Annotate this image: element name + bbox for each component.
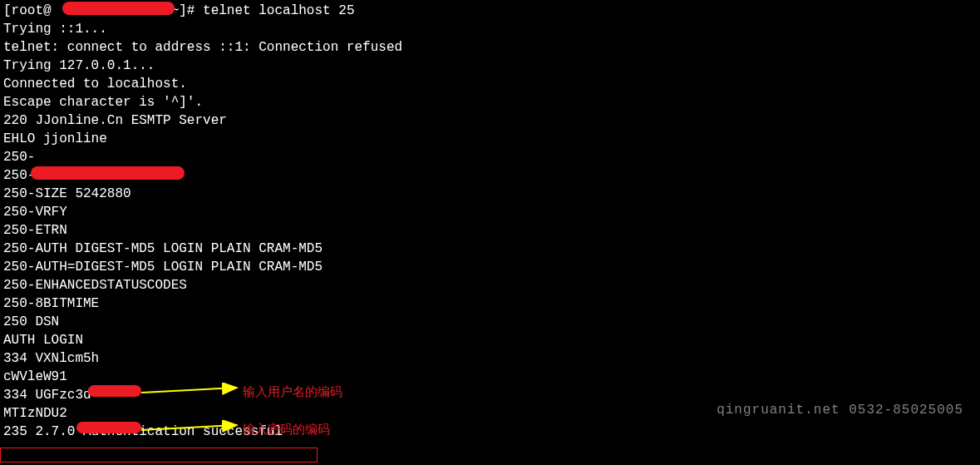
redaction-username-b64 [88,385,141,397]
annotation-username: 输入用户名的编码 [243,383,342,401]
terminal-line: 250-VRFY [3,203,977,221]
watermark-text: qingruanit.net 0532-85025005 [717,401,963,419]
terminal-line: Trying ::1... [3,20,977,38]
terminal-line: AUTH LOGIN [3,331,977,349]
terminal-line: 250-AUTH=DIGEST-MD5 LOGIN PLAIN CRAM-MD5 [3,258,977,276]
terminal-line: cWVleW91 [3,368,977,386]
terminal-line: EHLO jjonline [3,130,977,148]
terminal-output[interactable]: [root@xxxxxxxxxxxxxxx~]# telnet localhos… [3,2,977,441]
terminal-line: 250-ETRN [3,221,977,240]
terminal-line: 250 DSN [3,313,977,331]
terminal-line: 250-8BITMIME [3,294,977,313]
command-text: telnet localhost 25 [203,3,354,18]
terminal-line: 250-SIZE 5242880 [3,185,977,203]
terminal-line: 250-AUTH DIGEST-MD5 LOGIN PLAIN CRAM-MD5 [3,240,977,258]
annotation-password: 输入密码的编码 [243,420,330,438]
terminal-line: Escape character is '^]'. [3,93,977,111]
prompt-prefix: [root@ [3,3,52,18]
terminal-line: 250-ENHANCEDSTATUSCODES [3,276,977,294]
terminal-line: 250- [3,148,977,166]
terminal-line: Connected to localhost. [3,75,977,93]
redaction-ehlo-response [31,166,185,180]
prompt-suffix: ~]# [171,3,203,18]
terminal-line: 235 2.7.0 Authentication successful [3,423,977,441]
redaction-hostname [62,2,175,15]
highlight-box-auth-success [0,448,318,463]
terminal-line: telnet: connect to address ::1: Connecti… [3,38,977,57]
terminal-line: 334 VXNlcm5h [3,349,977,368]
redaction-password-b64 [76,422,141,433]
terminal-line: 220 JJonline.Cn ESMTP Server [3,111,977,130]
terminal-line: Trying 127.0.0.1... [3,57,977,75]
